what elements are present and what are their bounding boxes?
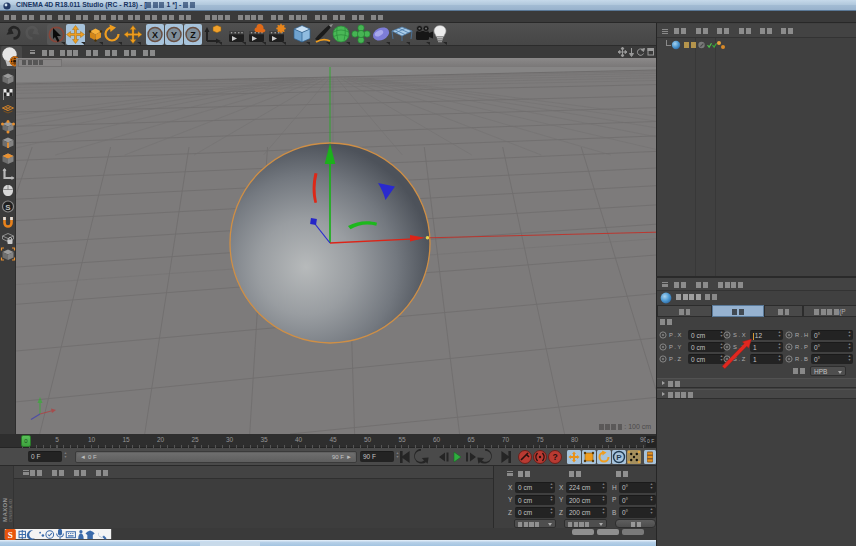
svg-text:S: S <box>8 530 13 540</box>
svg-text:Y: Y <box>171 30 177 40</box>
svg-text:P: P <box>616 453 622 462</box>
svg-text:Z: Z <box>190 30 196 40</box>
svg-text:X: X <box>152 30 158 40</box>
svg-text:?: ? <box>552 452 557 462</box>
svg-text:S: S <box>5 203 11 212</box>
